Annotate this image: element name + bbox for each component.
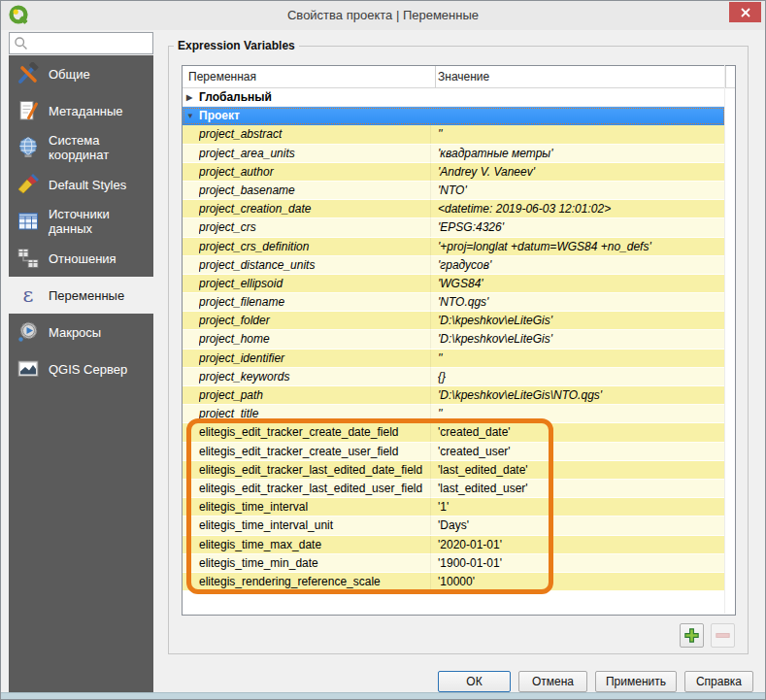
variable-value[interactable]: '' — [438, 405, 719, 423]
variable-name: elitegis_edit_tracker_last_edited_date_f… — [199, 461, 431, 480]
variable-name: elitegis_rendering_reference_scale — [199, 573, 431, 591]
variable-value[interactable]: '1' — [438, 498, 719, 517]
variable-value[interactable]: 'WGS84' — [438, 275, 719, 293]
variable-row[interactable]: elitegis_time_max_date'2020-01-01' — [183, 536, 725, 554]
variable-name: project_filename — [199, 293, 431, 312]
variable-value[interactable]: 'D:\kpeshkov\eLiteGis' — [438, 330, 719, 349]
sidebar-item-label: Источники данных — [49, 207, 153, 236]
collapse-arrow-icon[interactable]: ▼ — [186, 107, 198, 125]
variable-value[interactable]: <datetime: 2019-06-03 12:01:02> — [438, 200, 719, 218]
variable-name: project_distance_units — [199, 256, 431, 275]
sidebar-item-variables[interactable]: εПеременные — [9, 277, 153, 314]
help-button[interactable]: Справка — [684, 671, 753, 692]
variable-value[interactable]: 'D:\kpeshkov\eLiteGis\NTO.qgs' — [438, 386, 719, 405]
variable-value[interactable]: '10000' — [438, 573, 719, 591]
variable-row[interactable]: project_distance_units'градусов' — [183, 256, 725, 275]
variable-name: elitegis_edit_tracker_create_user_field — [199, 443, 431, 461]
variable-value[interactable]: 'Andrey V. Vaneev' — [438, 163, 719, 182]
variable-row[interactable]: project_filename'NTO.qgs' — [183, 293, 725, 312]
sidebar-item-label: Система координат — [49, 133, 153, 162]
variable-row[interactable]: project_crs_definition'+proj=longlat +da… — [183, 238, 725, 256]
titlebar[interactable]: Свойства проекта | Переменные — [1, 1, 765, 30]
variable-row[interactable]: project_home'D:\kpeshkov\eLiteGis' — [183, 330, 725, 349]
cancel-button[interactable]: Отмена — [518, 671, 587, 692]
add-variable-button[interactable] — [680, 623, 704, 648]
variable-row[interactable]: project_keywords{} — [183, 368, 725, 386]
variable-value[interactable]: 'градусов' — [438, 256, 719, 275]
tools-icon — [17, 62, 40, 85]
variable-value[interactable]: 'last_edited_user' — [438, 480, 719, 498]
remove-variable-button[interactable] — [711, 623, 735, 648]
sidebar-item-data-sources[interactable]: Источники данных — [9, 203, 153, 240]
variable-row[interactable]: project_creation_date<datetime: 2019-06-… — [183, 200, 725, 218]
variable-row[interactable]: elitegis_time_interval'1' — [183, 498, 725, 517]
search-box[interactable] — [9, 32, 153, 54]
sidebar-item-relations[interactable]: Отношения — [9, 240, 153, 277]
column-header-variable[interactable]: Переменная — [188, 66, 256, 87]
variable-name: project_area_units — [199, 145, 431, 163]
variable-name: elitegis_time_interval_unit — [199, 517, 431, 535]
variable-value[interactable]: '' — [438, 350, 719, 368]
sidebar-item-macros[interactable]: Макросы — [9, 314, 153, 350]
variable-name: project_folder — [199, 312, 431, 330]
sidebar-item-crs[interactable]: Система координат — [9, 129, 153, 166]
variable-value[interactable]: 'last_edited_date' — [438, 461, 719, 480]
ok-button[interactable]: ОК — [438, 671, 511, 692]
variable-value[interactable]: 'D:\kpeshkov\eLiteGis' — [438, 312, 719, 330]
sidebar-item-qgis-server[interactable]: QGIS Сервер — [9, 350, 153, 387]
variable-row[interactable]: project_abstract'' — [183, 125, 725, 144]
group-row-project[interactable]: ▼Проект — [183, 107, 725, 125]
variable-row[interactable]: project_area_units'квадратные метры' — [183, 145, 725, 163]
variable-row[interactable]: project_identifier'' — [183, 350, 725, 368]
variable-name: elitegis_time_interval — [199, 498, 431, 517]
variable-row[interactable]: elitegis_rendering_reference_scale'10000… — [183, 573, 725, 591]
variable-value[interactable]: {} — [438, 368, 719, 386]
expand-arrow-icon[interactable]: ▶ — [186, 88, 198, 107]
close-button[interactable] — [729, 2, 761, 22]
variable-value[interactable]: 'NTO' — [438, 182, 719, 200]
variable-row[interactable]: elitegis_time_min_date'1900-01-01' — [183, 554, 725, 573]
styles-brush-icon — [17, 173, 40, 196]
variable-value[interactable]: 'EPSG:4326' — [438, 218, 719, 237]
sidebar-item-label: QGIS Сервер — [49, 362, 127, 377]
variable-name: project_keywords — [199, 368, 431, 386]
variable-value[interactable]: 'NTO.qgs' — [438, 293, 719, 312]
variable-row[interactable]: project_title'' — [183, 405, 725, 423]
variable-name: project_title — [199, 405, 431, 423]
variable-row[interactable]: elitegis_edit_tracker_create_date_field'… — [183, 423, 725, 442]
crs-globe-icon — [17, 136, 40, 159]
variable-value[interactable]: 'created_user' — [438, 443, 719, 461]
variable-row[interactable]: elitegis_time_interval_unit'Days' — [183, 517, 725, 535]
sidebar-item-metadata[interactable]: Метаданные — [9, 92, 153, 129]
group-row-global[interactable]: ▶Глобальный — [183, 88, 725, 107]
search-icon — [13, 35, 29, 51]
variables-table: Переменная Значение ▶Глобальный▼Проектpr… — [182, 65, 736, 616]
minus-icon — [714, 626, 732, 645]
variable-row[interactable]: project_ellipsoid'WGS84' — [183, 275, 725, 293]
variable-row[interactable]: elitegis_edit_tracker_last_edited_date_f… — [183, 461, 725, 480]
variable-row[interactable]: elitegis_edit_tracker_last_edited_user_f… — [183, 480, 725, 498]
variable-value[interactable]: 'квадратные метры' — [438, 145, 719, 163]
variable-value[interactable]: '1900-01-01' — [438, 554, 719, 573]
variable-value[interactable]: '2020-01-01' — [438, 536, 719, 554]
variable-value[interactable]: '+proj=longlat +datum=WGS84 +no_defs' — [438, 238, 719, 256]
search-input[interactable] — [31, 34, 151, 54]
plus-icon — [683, 626, 701, 645]
variable-row[interactable]: project_folder'D:\kpeshkov\eLiteGis' — [183, 312, 725, 330]
column-header-value[interactable]: Значение — [438, 66, 489, 87]
variable-value[interactable]: 'Days' — [438, 517, 719, 535]
variable-value[interactable]: '' — [438, 125, 719, 144]
variable-row[interactable]: project_basename'NTO' — [183, 182, 725, 200]
variable-value[interactable]: 'created_date' — [438, 423, 719, 442]
window-title: Свойства проекта | Переменные — [1, 8, 765, 22]
sidebar-item-label: Отношения — [49, 251, 117, 266]
sidebar-item-general[interactable]: Общие — [9, 55, 153, 92]
variable-row[interactable]: project_path'D:\kpeshkov\eLiteGis\NTO.qg… — [183, 386, 725, 405]
variable-row[interactable]: project_crs'EPSG:4326' — [183, 218, 725, 237]
variable-name: project_identifier — [199, 350, 431, 368]
variable-row[interactable]: project_author'Andrey V. Vaneev' — [183, 163, 725, 182]
variable-row[interactable]: elitegis_edit_tracker_create_user_field'… — [183, 443, 725, 461]
sidebar-item-default-styles[interactable]: Default Styles — [9, 166, 153, 203]
apply-button[interactable]: Применить — [595, 671, 677, 692]
variable-name: project_author — [199, 163, 431, 182]
